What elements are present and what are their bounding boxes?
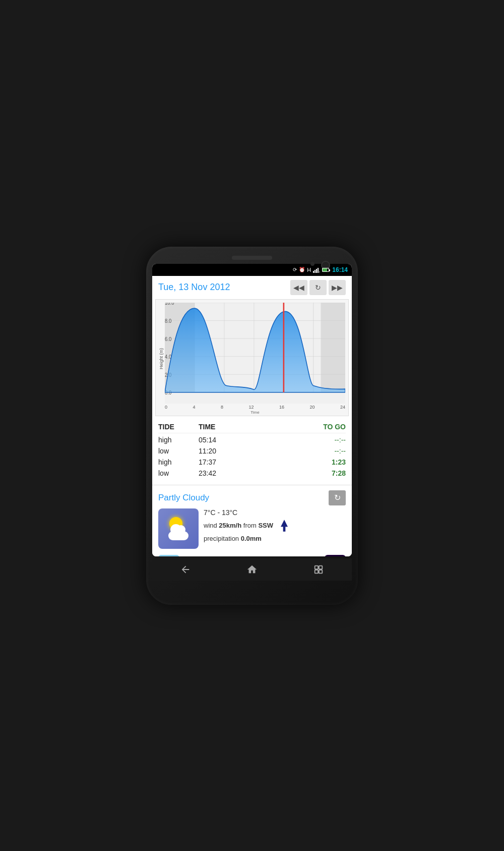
table-row: low 23:42 7:28 [158, 468, 346, 479]
wind-arrow-icon [277, 519, 291, 533]
svg-rect-24 [319, 570, 322, 573]
tide-chart: Height (m) [155, 299, 349, 416]
partly-cloudy-icon [162, 515, 195, 542]
phone-screen: ⟳ ⏰ H 16:14 Tue, 13 Nov 2012 ◀◀ ↻ [152, 264, 352, 556]
y-axis-label: Height (m) [159, 303, 164, 415]
svg-text:6.0: 6.0 [165, 336, 172, 342]
tide-type-3: high [158, 458, 199, 466]
svg-rect-23 [315, 570, 318, 573]
x-axis-label: Time [165, 410, 345, 415]
chart-svg: 10.0 8.0 6.0 4.0 2.0 0.0 [165, 303, 345, 404]
tide-type-1: high [158, 436, 199, 444]
recents-button[interactable] [309, 560, 328, 579]
tide-time-4: 23:42 [199, 469, 244, 477]
table-row: high 05:14 --:-- [158, 434, 346, 445]
app-content: Tue, 13 Nov 2012 ◀◀ ↻ ▶▶ Height (m) [152, 276, 352, 556]
svg-rect-2 [321, 303, 345, 392]
table-row: high 17:37 1:23 [158, 457, 346, 468]
wind-speed: 25km/h [219, 522, 241, 529]
tide-togo-2: --:-- [244, 447, 346, 455]
tide-col-header-togo: TO GO [244, 423, 346, 431]
h-icon: H [307, 267, 311, 273]
weather-details: 7°C - 13°C wind 25km/h from SSW precipit… [204, 508, 346, 542]
tide-type-2: low [158, 447, 199, 455]
home-button[interactable] [243, 560, 261, 579]
svg-text:10.0: 10.0 [165, 303, 174, 306]
recents-icon [313, 564, 324, 575]
tide-time-3: 17:37 [199, 458, 244, 466]
svg-rect-21 [315, 565, 318, 569]
precipitation: precipitation 0.0mm [204, 535, 346, 542]
tide-time-2: 11:20 [199, 447, 244, 455]
header-date: Tue, 13 Nov 2012 [158, 282, 230, 293]
tide-type-4: low [158, 469, 199, 477]
home-icon [246, 564, 258, 575]
battery-icon [322, 268, 329, 272]
signal-icon [313, 267, 320, 273]
wind-direction: SSW [258, 522, 273, 529]
x-axis: 0 4 8 12 16 20 24 [165, 405, 345, 410]
tide-togo-1: --:-- [244, 436, 346, 444]
tide-col-header-tide: TIDE [158, 423, 199, 431]
alarm-icon: ⏰ [299, 267, 305, 272]
wind-info: wind 25km/h from SSW [204, 519, 346, 533]
phone-sensor [310, 262, 314, 266]
sunset-icon [325, 555, 346, 556]
tide-togo-4: 7:28 [244, 469, 346, 477]
bottom-nav-bar [152, 558, 352, 581]
header-nav-buttons: ◀◀ ↻ ▶▶ [290, 280, 346, 295]
back-button[interactable] [176, 560, 195, 579]
phone-device: ⟳ ⏰ H 16:14 Tue, 13 Nov 2012 ◀◀ ↻ [146, 247, 358, 605]
next-button[interactable]: ▶▶ [329, 280, 346, 295]
weather-refresh-button[interactable]: ↻ [329, 490, 346, 505]
weather-section: Partly Cloudy ↻ [152, 487, 352, 552]
table-row: low 11:20 --:-- [158, 445, 346, 457]
tide-table: TIDE TIME TO GO high 05:14 --:-- low 11:… [152, 418, 352, 483]
suntime-row: 07:31 16:27 0:16 'til sunset [152, 552, 352, 556]
refresh-button[interactable]: ↻ [309, 280, 327, 295]
status-time: 16:14 [332, 266, 348, 273]
precip-value: 0.0mm [241, 535, 262, 542]
weather-title: Partly Cloudy [158, 493, 209, 503]
temperature: 7°C - 13°C [204, 508, 346, 517]
tide-togo-3: 1:23 [244, 458, 346, 466]
weather-icon-box [158, 508, 199, 549]
phone-speaker [232, 256, 272, 260]
tide-time-1: 05:14 [199, 436, 244, 444]
section-divider [152, 485, 352, 485]
back-icon [180, 564, 191, 575]
tide-table-header: TIDE TIME TO GO [158, 421, 346, 433]
app-header: Tue, 13 Nov 2012 ◀◀ ↻ ▶▶ [152, 276, 352, 299]
sunrise-icon [158, 555, 179, 556]
tide-col-header-time: TIME [199, 423, 244, 431]
rotate-icon: ⟳ [293, 267, 297, 272]
prev-button[interactable]: ◀◀ [290, 280, 307, 295]
svg-rect-22 [319, 565, 322, 569]
weather-body: 7°C - 13°C wind 25km/h from SSW precipit… [158, 508, 346, 549]
chart-area: 10.0 8.0 6.0 4.0 2.0 0.0 [165, 303, 345, 415]
weather-header: Partly Cloudy ↻ [158, 490, 346, 505]
svg-text:8.0: 8.0 [165, 318, 172, 323]
cloud-icon [164, 526, 191, 540]
